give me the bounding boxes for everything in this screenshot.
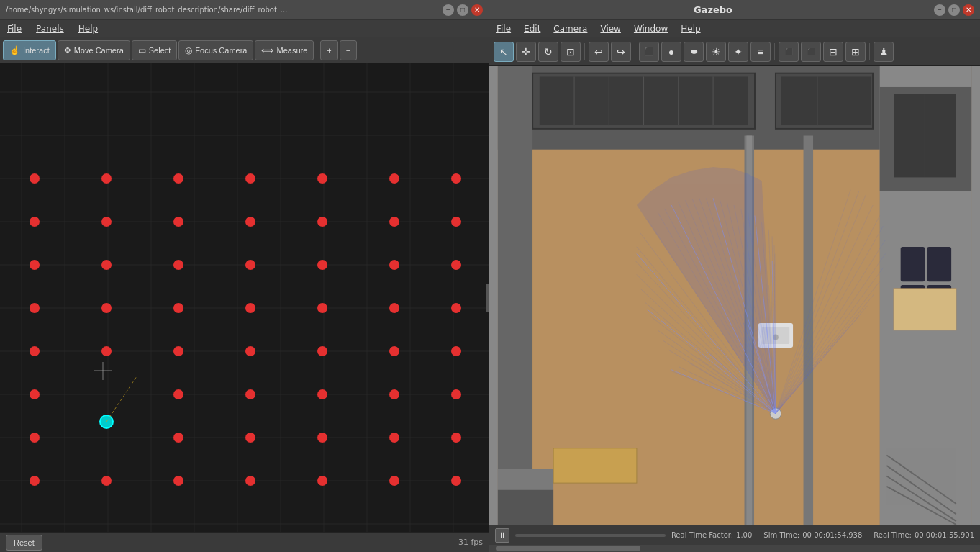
gz-translate-button[interactable]: ✛ (516, 42, 536, 62)
svg-point-40 (317, 260, 327, 270)
menu-file[interactable]: File (4, 22, 24, 35)
svg-point-25 (245, 173, 255, 184)
gz-cursor-button[interactable]: ↖ (494, 42, 514, 62)
svg-point-67 (317, 433, 327, 443)
gz-cylinder-button[interactable]: ⬬ (684, 42, 704, 62)
svg-point-61 (317, 389, 327, 399)
measure-button[interactable]: ⟺ Measure (255, 40, 314, 60)
gz-menu-window[interactable]: Window (631, 22, 671, 35)
gz-rotate-button[interactable]: ↻ (538, 42, 558, 62)
right-close-button[interactable]: ✕ (963, 4, 974, 16)
right-panel: Gazebo − □ ✕ File Edit Camera View Windo… (489, 0, 980, 552)
svg-point-50 (30, 346, 40, 356)
gz-menu-view[interactable]: View (597, 22, 623, 35)
svg-rect-186 (901, 247, 925, 281)
pause-button[interactable]: ⏸ (495, 528, 509, 543)
gz-menu-file[interactable]: File (494, 22, 514, 35)
gz-undo-button[interactable]: ↩ (589, 42, 609, 62)
gz-lines-button[interactable]: ≡ (750, 42, 771, 62)
toolbar-sep (317, 42, 317, 59)
model1-icon: ⬛ (785, 48, 793, 55)
view-canvas[interactable]: › (0, 63, 489, 532)
maximize-button[interactable]: □ (457, 4, 468, 16)
svg-point-56 (451, 346, 461, 356)
svg-point-28 (451, 173, 461, 184)
collapse-arrow[interactable]: › (486, 284, 489, 312)
right-maximize-button[interactable]: □ (948, 4, 960, 16)
gz-model2-button[interactable]: ⬛ (801, 42, 821, 62)
progress-bar (515, 534, 666, 537)
real-time-factor-value: 1.00 (736, 531, 752, 539)
svg-point-64 (30, 433, 40, 443)
left-title-bar: /home/shyngys/simulation_ws/install/diff… (0, 0, 489, 20)
svg-point-36 (30, 260, 40, 270)
svg-point-45 (173, 303, 183, 313)
interact-button[interactable]: ☝ Interact (3, 40, 56, 60)
svg-point-66 (245, 433, 255, 443)
gz-snap-button[interactable]: ⊞ (845, 42, 866, 62)
focus-camera-icon: ◎ (185, 45, 192, 55)
move-camera-icon: ✥ (64, 45, 71, 55)
pause-icon: ⏸ (498, 530, 507, 540)
left-toolbar: ☝ Interact ✥ Move Camera ▭ Select ◎ Focu… (0, 37, 489, 63)
measure-icon: ⟺ (261, 45, 273, 55)
add-button[interactable]: + (320, 40, 337, 60)
sim-time-value: 00 00:01:54.938 (802, 531, 862, 539)
svg-point-46 (245, 303, 255, 313)
gz-align-button[interactable]: ⊟ (823, 42, 843, 62)
gz-menu-help[interactable]: Help (678, 22, 703, 35)
svg-point-37 (101, 260, 112, 270)
right-menubar: File Edit Camera View Window Help (489, 20, 980, 37)
bottom-scrollbar[interactable] (489, 545, 980, 552)
focus-camera-button[interactable]: ◎ Focus Camera (178, 40, 253, 60)
minus-button[interactable]: − (340, 40, 357, 60)
right-title-bar: Gazebo − □ ✕ (489, 0, 980, 20)
gz-redo-button[interactable]: ↪ (611, 42, 631, 62)
close-button[interactable]: ✕ (471, 4, 483, 16)
left-window-title: /home/shyngys/simulation_ws/install/diff… (6, 6, 287, 14)
translate-icon: ✛ (522, 46, 530, 58)
render-area[interactable] (489, 66, 980, 525)
gz-sphere-button[interactable]: ● (661, 42, 681, 62)
add-icon: + (327, 46, 331, 55)
menu-help[interactable]: Help (76, 22, 101, 35)
right-window-title: Gazebo (495, 4, 931, 15)
select-button[interactable]: ▭ Select (132, 40, 178, 60)
right-toolbar: ↖ ✛ ↻ ⊡ ↩ ↪ ⬛ ● ⬬ ☀ ✦ (489, 37, 980, 66)
gz-light2-button[interactable]: ✦ (728, 42, 748, 62)
svg-point-55 (389, 346, 399, 356)
undo-icon: ↩ (594, 46, 603, 58)
svg-point-70 (30, 476, 40, 486)
minimize-button[interactable]: − (443, 4, 454, 16)
gz-light-button[interactable]: ☀ (706, 42, 726, 62)
gz-model1-button[interactable]: ⬛ (779, 42, 799, 62)
lines-icon: ≡ (758, 46, 763, 58)
svg-rect-187 (927, 247, 951, 281)
gz-person-button[interactable]: ♟ (874, 42, 894, 62)
gz-scale-button[interactable]: ⊡ (561, 42, 581, 62)
svg-point-33 (317, 217, 327, 227)
left-bottom-bar: Reset 31 fps (0, 532, 489, 552)
svg-point-39 (245, 260, 255, 270)
svg-rect-89 (498, 66, 532, 525)
scrollbar-thumb[interactable] (496, 546, 640, 551)
move-camera-button[interactable]: ✥ Move Camera (58, 40, 130, 60)
gz-menu-edit[interactable]: Edit (521, 22, 543, 35)
svg-point-65 (173, 433, 183, 443)
scale-icon: ⊡ (566, 46, 575, 58)
gz-menu-camera[interactable]: Camera (550, 22, 590, 35)
menu-panels[interactable]: Panels (33, 22, 67, 35)
right-minimize-button[interactable]: − (934, 4, 945, 16)
svg-point-49 (451, 303, 461, 313)
cursor-icon: ↖ (499, 46, 508, 58)
svg-point-68 (389, 433, 399, 443)
svg-point-42 (451, 260, 461, 270)
gz-sep2 (635, 43, 635, 60)
svg-point-53 (245, 346, 255, 356)
gz-box-button[interactable]: ⬛ (639, 42, 659, 62)
rotate-icon: ↻ (544, 46, 553, 58)
svg-point-22 (30, 173, 40, 184)
reset-button[interactable]: Reset (6, 535, 42, 551)
person-icon: ♟ (879, 46, 889, 58)
grid-svg (0, 63, 489, 532)
